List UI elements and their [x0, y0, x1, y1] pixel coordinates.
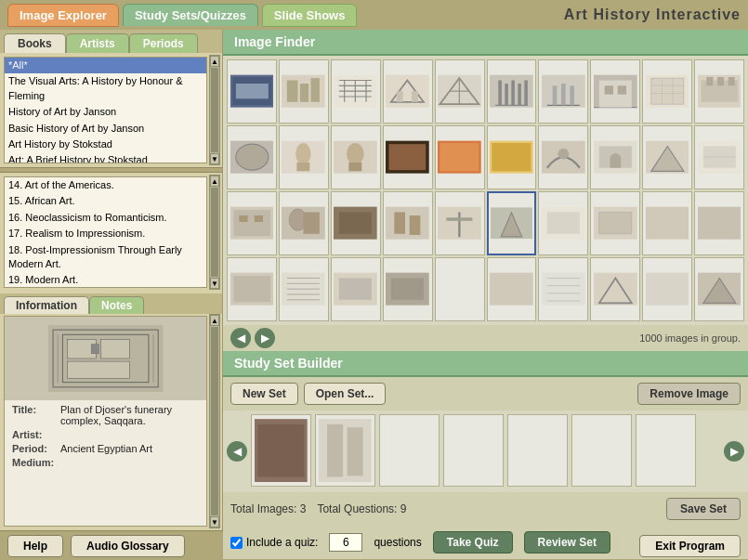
image-cell[interactable]	[487, 59, 537, 124]
total-questions: Total Questions: 9	[317, 502, 406, 515]
image-cell[interactable]	[590, 125, 640, 189]
list-item[interactable]: 14. Art of the Americas.	[5, 177, 206, 193]
svg-rect-11	[235, 84, 268, 98]
list-item[interactable]: The Visual Arts: A History by Honour & F…	[5, 73, 206, 104]
list-item[interactable]: Art History by Stokstad	[5, 137, 206, 152]
strip-cell[interactable]	[251, 414, 311, 487]
prev-page-button[interactable]: ◀	[230, 328, 251, 348]
scroll-up[interactable]: ▲	[210, 315, 219, 326]
image-cell[interactable]	[538, 59, 588, 124]
tab-periods[interactable]: Periods	[129, 33, 198, 53]
image-cell[interactable]	[590, 191, 640, 255]
list-item[interactable]: 19. Modern Art.	[5, 272, 206, 288]
image-cell[interactable]	[694, 191, 744, 255]
image-cell[interactable]	[642, 125, 692, 189]
take-quiz-button[interactable]: Take Quiz	[433, 531, 513, 553]
image-cell[interactable]	[435, 257, 485, 321]
strip-cell[interactable]	[315, 414, 375, 487]
image-cell[interactable]	[487, 125, 537, 189]
svg-rect-94	[410, 215, 421, 235]
quiz-questions-input[interactable]	[329, 533, 362, 552]
image-cell[interactable]	[331, 59, 381, 124]
image-cell[interactable]	[279, 191, 329, 255]
image-cell[interactable]	[538, 257, 588, 321]
review-set-button[interactable]: Review Set	[524, 531, 610, 553]
tab-study-sets[interactable]: Study Sets/Quizzes	[123, 4, 258, 26]
image-cell[interactable]	[694, 59, 744, 124]
tab-books[interactable]: Books	[4, 33, 66, 53]
chapters-scrollbar[interactable]: ▲ ▼	[209, 175, 220, 290]
list-item[interactable]: Art: A Brief History by Stokstad	[5, 152, 206, 163]
scroll-down[interactable]: ▼	[210, 516, 219, 527]
list-item[interactable]: 15. African Art.	[5, 193, 206, 209]
image-cell[interactable]	[435, 59, 485, 124]
image-cell[interactable]	[642, 191, 692, 255]
list-item[interactable]: 18. Post-Impressionism Through Early Mod…	[5, 242, 206, 273]
image-cell[interactable]	[435, 125, 485, 189]
image-cell[interactable]	[227, 59, 277, 124]
image-cell[interactable]	[642, 257, 692, 321]
strip-cell[interactable]	[379, 414, 440, 487]
image-cell[interactable]	[383, 59, 433, 124]
remove-image-button[interactable]: Remove Image	[637, 383, 741, 405]
strip-cell[interactable]	[443, 414, 504, 487]
image-cell[interactable]	[383, 257, 433, 321]
list-item[interactable]: 16. Neoclassicism to Romanticism.	[5, 210, 206, 226]
strip-next-button[interactable]: ▶	[724, 441, 744, 462]
list-item[interactable]: *All*	[5, 58, 206, 73]
image-cell[interactable]	[279, 257, 329, 321]
image-cell[interactable]	[642, 59, 692, 124]
image-cell[interactable]	[279, 59, 329, 124]
strip-prev-button[interactable]: ◀	[227, 441, 247, 462]
strip-cell[interactable]	[507, 414, 568, 487]
image-cell[interactable]	[227, 257, 277, 321]
scroll-down[interactable]: ▼	[210, 278, 219, 289]
image-cell[interactable]	[487, 257, 537, 321]
new-set-button[interactable]: New Set	[230, 383, 298, 405]
strip-cell[interactable]	[571, 414, 632, 487]
image-cell[interactable]	[538, 125, 588, 189]
tab-slide-shows[interactable]: Slide Shows	[262, 4, 358, 27]
svg-rect-115	[339, 279, 372, 300]
scroll-up[interactable]: ▲	[210, 56, 219, 67]
scroll-down[interactable]: ▼	[210, 153, 219, 164]
image-cell[interactable]	[227, 191, 277, 255]
tab-notes[interactable]: Notes	[89, 296, 144, 314]
image-cell[interactable]	[590, 257, 640, 321]
questions-label: questions	[374, 536, 421, 549]
audio-glossary-button[interactable]: Audio Glossary	[71, 535, 185, 557]
tab-artists[interactable]: Artists	[66, 33, 129, 53]
image-cell[interactable]	[279, 125, 329, 189]
image-cell[interactable]	[590, 59, 640, 124]
exit-program-button[interactable]: Exit Program	[639, 535, 741, 557]
help-button[interactable]: Help	[7, 535, 63, 557]
image-cell[interactable]	[227, 125, 277, 189]
include-quiz-checkbox[interactable]	[230, 537, 243, 549]
next-page-button[interactable]: ▶	[255, 328, 275, 348]
chapters-list: 14. Art of the Americas. 15. African Art…	[4, 176, 207, 288]
scroll-up[interactable]: ▲	[210, 176, 219, 187]
info-scrollbar[interactable]: ▲ ▼	[209, 314, 220, 528]
tab-image-explorer[interactable]: Image Explorer	[7, 4, 119, 27]
image-cell[interactable]	[331, 125, 381, 189]
info-thumbnail	[5, 317, 206, 400]
list-item[interactable]: 17. Realism to Impressionism.	[5, 226, 206, 241]
list-item[interactable]: History of Art by Janson	[5, 104, 206, 120]
image-cell[interactable]	[694, 125, 744, 189]
svg-rect-127	[646, 273, 689, 306]
open-set-button[interactable]: Open Set...	[304, 383, 387, 405]
strip-cell[interactable]	[636, 414, 696, 487]
books-scrollbar[interactable]: ▲ ▼	[209, 55, 220, 165]
image-cell[interactable]	[331, 191, 381, 255]
svg-rect-57	[706, 77, 713, 85]
image-cell[interactable]	[538, 191, 588, 255]
image-cell[interactable]	[435, 191, 485, 255]
list-item[interactable]: Basic History of Art by Janson	[5, 121, 206, 137]
tab-information[interactable]: Information	[4, 296, 89, 314]
image-cell[interactable]	[383, 125, 433, 189]
save-set-button[interactable]: Save Set	[666, 498, 741, 520]
image-cell[interactable]	[694, 257, 744, 321]
image-cell[interactable]	[331, 257, 381, 321]
image-cell[interactable]	[383, 191, 433, 255]
image-cell[interactable]	[487, 191, 537, 255]
